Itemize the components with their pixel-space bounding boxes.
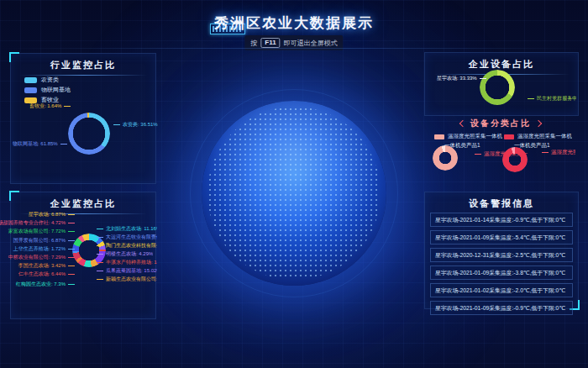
- page-title: 秀洲区农业大数据展示: [0, 13, 588, 33]
- callout-left: 仁丰生态农场: 6.44%: [18, 271, 75, 278]
- callout-right: 陶门生态农业科技有限公: [97, 242, 157, 250]
- callout-nongzilei: 农资类: 36.51%: [113, 121, 158, 129]
- corner-bracket-icon: [9, 191, 19, 201]
- device-donut-left[interactable]: [433, 145, 458, 171]
- callout-left: 星宇农场: 6.87%: [29, 211, 75, 218]
- alarm-row: 星宇农场-2020-12-31采集温度:-2.5℃,低于下限:0℃: [430, 248, 573, 262]
- alarm-row: 星宇农场-2021-01-09采集温度:-5.4℃,低于下限:0℃: [430, 230, 573, 244]
- alarm-row: 星宇农场-2021-01-14采集温度:-0.9℃,低于下限:0℃: [430, 213, 573, 227]
- alarm-row: 星宇农场-2021-01-09采集温度:-0.9℃,低于下限:0℃: [430, 301, 573, 315]
- enterprise-monitor-panel: 企业监控占比 星宇农场: 6.87% 杨甜园养殖专业合作社: 4.72% 家富农…: [10, 192, 156, 319]
- callout-left: 杨甜园养殖专业合作社: 4.72%: [0, 219, 75, 227]
- legend-item-wulianwang[interactable]: 物联网基地: [24, 87, 71, 93]
- legend-label: 温湿度光照采集一体机: [517, 133, 572, 140]
- callout-right: 北刘娟生态农场: 11.16%: [97, 225, 157, 233]
- legend-swatch: [434, 134, 444, 139]
- callout-xumuye: 畜牧业: 1.64%: [29, 103, 71, 110]
- callout-minzhucun: 民主村党群服务中心:: [528, 95, 576, 103]
- callout-left: 国开发有限公司: 6.87%: [13, 237, 75, 244]
- industry-monitor-panel: 行业监控占比 农资类 物联网基地 畜牧业 畜牧业: 1.64% 农资类: 36.…: [10, 53, 156, 184]
- alarm-row: 星宇农场-2021-01-09采集温度:-3.8℃,低于下限:0℃: [430, 265, 573, 280]
- device-donut-right[interactable]: [502, 147, 528, 172]
- device-alarm-panel: 设备警报信息 星宇农场-2021-01-14采集温度:-0.9℃,低于下限:0℃…: [424, 192, 579, 309]
- corner-bracket-icon: [9, 52, 19, 62]
- legend-swatch: [24, 87, 37, 93]
- equipment-ratio-panel: 企业设备占比 星宇农场: 33.33% 民主村党群服务中心:: [424, 52, 579, 116]
- globe-visualization: [202, 101, 386, 286]
- callout-left: 上华生态养殖场: 1.72%: [13, 245, 75, 253]
- device-side-label-right: 温湿度光照采集一: [542, 149, 575, 156]
- callout-right: 大运河生态牧业有限责任公: [97, 234, 157, 241]
- title-underline: [19, 75, 147, 76]
- callout-wulianwang: 物联网基地: 61.85%: [13, 140, 67, 148]
- fullscreen-tip-prefix: 按: [250, 39, 257, 48]
- callout-xingyu: 星宇农场: 33.33%: [437, 75, 486, 82]
- dashboard-root: 秀洲区农业大数据展示 按 F11 即可退出全屏模式 行业监控占比 农资类 物联网…: [0, 0, 588, 368]
- callout-right: 瓜果蔬菜园基地: 15.02%: [97, 267, 157, 275]
- globe-highlight: [202, 101, 386, 286]
- alarm-panel-title: 设备警报信息: [425, 192, 578, 210]
- legend-swatch: [24, 77, 37, 83]
- industry-panel-title: 行业监控占比: [11, 54, 155, 71]
- callout-left: 中桥农业有限公司: 7.29%: [8, 254, 75, 261]
- f11-keycap: F11: [260, 38, 280, 48]
- legend-item-nongzi[interactable]: 农资类: [24, 76, 59, 83]
- alarm-list: 星宇农场-2021-01-14采集温度:-0.9℃,低于下限:0℃ 星宇农场-2…: [430, 213, 573, 318]
- alarm-row: 星宇农场-2021-01-02采集温度:-2.0℃,低于下限:0℃: [430, 283, 573, 297]
- legend-label: 物联网基地: [41, 86, 71, 94]
- enterprise-panel-title: 企业监控占比: [11, 192, 155, 210]
- callout-left: 家富农场有限公司: 7.72%: [8, 228, 75, 235]
- header-divider: [0, 48, 588, 49]
- industry-donut-chart[interactable]: [68, 113, 110, 155]
- legend-swatch: [504, 134, 514, 139]
- legend-label: 温湿度光照采集一体机: [448, 133, 502, 140]
- callout-left: 李国生态农场: 3.42%: [18, 262, 75, 270]
- callout-left: 红梅园生态农业: 7.3%: [16, 281, 75, 288]
- fullscreen-tip-suffix: 即可退出全屏模式: [284, 39, 338, 48]
- device-category-title: 设备分类占比: [424, 118, 577, 129]
- device-category-section: 设备分类占比 温湿度光照采集一体机 一体机类产品1 温湿度光照采集一 温湿度光照…: [424, 118, 577, 187]
- legend-label: 农资类: [41, 76, 59, 84]
- callout-right: 新颖生态农业有限公司: 6.87%: [97, 276, 157, 283]
- equipment-panel-title: 企业设备占比: [425, 53, 578, 71]
- callout-right: 明楼生态农场: 4.29%: [97, 250, 153, 258]
- callout-right: 丰溪水产特种养殖场: 1.: [97, 259, 157, 266]
